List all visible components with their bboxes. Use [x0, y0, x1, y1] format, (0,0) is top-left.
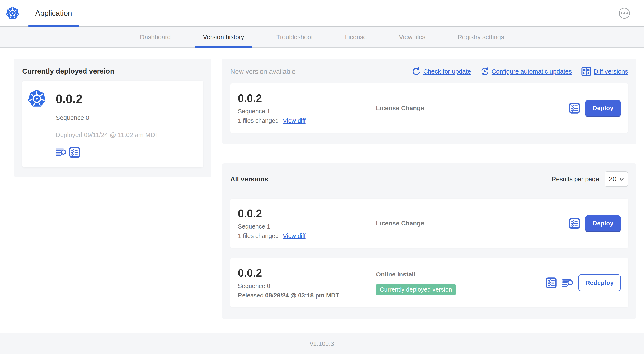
- logs-icon: [56, 147, 66, 157]
- diff-versions-link[interactable]: Diff versions: [582, 67, 628, 76]
- app-title: Application: [35, 9, 72, 18]
- version-row: 0.0.2 Sequence 0 Released 08/29/24 @ 03:…: [230, 258, 628, 307]
- chevron-down-icon: [619, 177, 624, 181]
- app-header: Application: [0, 0, 644, 27]
- version-released: Released 08/29/24 @ 03:18 pm MDT: [238, 292, 376, 299]
- currently-deployed-card: 0.0.2 Sequence 0 Deployed 09/11/24 @ 11:…: [22, 81, 203, 167]
- version-number: 0.0.2: [238, 92, 376, 105]
- version-source: Online Install: [376, 271, 546, 278]
- currently-deployed-panel: Currently deployed version 0.0.2 Sequenc…: [14, 59, 212, 177]
- checklist-icon: [546, 277, 557, 288]
- view-diff-link[interactable]: View diff: [283, 232, 306, 239]
- currently-deployed-title: Currently deployed version: [22, 67, 203, 75]
- tab-troubleshoot[interactable]: Troubleshoot: [269, 27, 320, 47]
- refresh-icon: [412, 67, 420, 76]
- preflight-checks-button[interactable]: [546, 277, 557, 288]
- main-content: Currently deployed version 0.0.2 Sequenc…: [0, 48, 644, 333]
- kubernetes-icon: [28, 90, 46, 108]
- app-title-tab[interactable]: Application: [28, 0, 79, 26]
- current-sequence: Sequence 0: [56, 114, 197, 121]
- currently-deployed-badge: Currently deployed version: [376, 284, 456, 295]
- console-version: v1.109.3: [310, 340, 334, 347]
- results-per-page-select[interactable]: 20: [605, 171, 628, 187]
- view-logs-button[interactable]: [562, 278, 573, 288]
- tab-view-files[interactable]: View files: [392, 27, 433, 47]
- current-version-number: 0.0.2: [56, 92, 83, 106]
- version-sequence: Sequence 0: [238, 282, 376, 289]
- all-versions-title: All versions: [230, 175, 268, 183]
- current-deployed-timestamp: Deployed 09/11/24 @ 11:02 am MDT: [56, 131, 197, 138]
- tab-dashboard[interactable]: Dashboard: [132, 27, 178, 47]
- version-row: 0.0.2 Sequence 1 1 files changed View di…: [230, 199, 628, 248]
- ellipsis-icon: [620, 12, 622, 14]
- logs-icon: [562, 278, 573, 288]
- deploy-button[interactable]: Deploy: [586, 215, 620, 231]
- more-options-button[interactable]: [619, 8, 630, 19]
- app-footer: v1.109.3: [0, 333, 644, 354]
- view-logs-button[interactable]: [56, 147, 66, 157]
- redeploy-button[interactable]: Redeploy: [578, 274, 620, 291]
- new-version-panel: New version available Check for update C…: [222, 59, 636, 144]
- preflight-checks-button[interactable]: [69, 147, 80, 158]
- files-changed: 1 files changed: [238, 232, 279, 239]
- version-source: License Change: [376, 105, 569, 112]
- tab-registry-settings[interactable]: Registry settings: [450, 27, 512, 47]
- version-number: 0.0.2: [238, 207, 376, 220]
- new-version-card: 0.0.2 Sequence 1 1 files changed View di…: [230, 83, 628, 133]
- active-tab-underline: [195, 46, 252, 48]
- all-versions-panel: All versions Results per page: 20 0.0.2 …: [222, 163, 636, 319]
- diff-icon: [582, 67, 591, 76]
- configure-automatic-updates-link[interactable]: Configure automatic updates: [481, 67, 572, 76]
- nav-tab-bar: Dashboard Version history Troubleshoot L…: [0, 27, 644, 48]
- kubernetes-icon: [6, 7, 19, 20]
- checklist-icon: [569, 103, 580, 114]
- app-tab-underline: [28, 25, 79, 27]
- check-for-update-link[interactable]: Check for update: [412, 67, 471, 76]
- files-changed: 1 files changed: [238, 117, 279, 124]
- checklist-icon: [69, 147, 80, 158]
- new-version-title: New version available: [230, 68, 296, 75]
- released-date: 08/29/24 @ 03:18 pm MDT: [265, 292, 340, 299]
- preflight-checks-button[interactable]: [569, 218, 580, 229]
- checklist-icon: [569, 218, 580, 229]
- version-sequence: Sequence 1: [238, 223, 376, 230]
- schedule-update-icon: [481, 67, 489, 76]
- tab-license[interactable]: License: [338, 27, 374, 47]
- tab-version-history[interactable]: Version history: [195, 27, 252, 47]
- results-per-page-label: Results per page:: [552, 176, 601, 183]
- deploy-button[interactable]: Deploy: [586, 100, 620, 116]
- version-sequence: Sequence 1: [238, 108, 376, 115]
- version-number: 0.0.2: [238, 267, 376, 279]
- version-source: License Change: [376, 220, 569, 227]
- preflight-checks-button[interactable]: [569, 103, 580, 114]
- app-logo: [0, 0, 19, 26]
- view-diff-link[interactable]: View diff: [283, 117, 306, 124]
